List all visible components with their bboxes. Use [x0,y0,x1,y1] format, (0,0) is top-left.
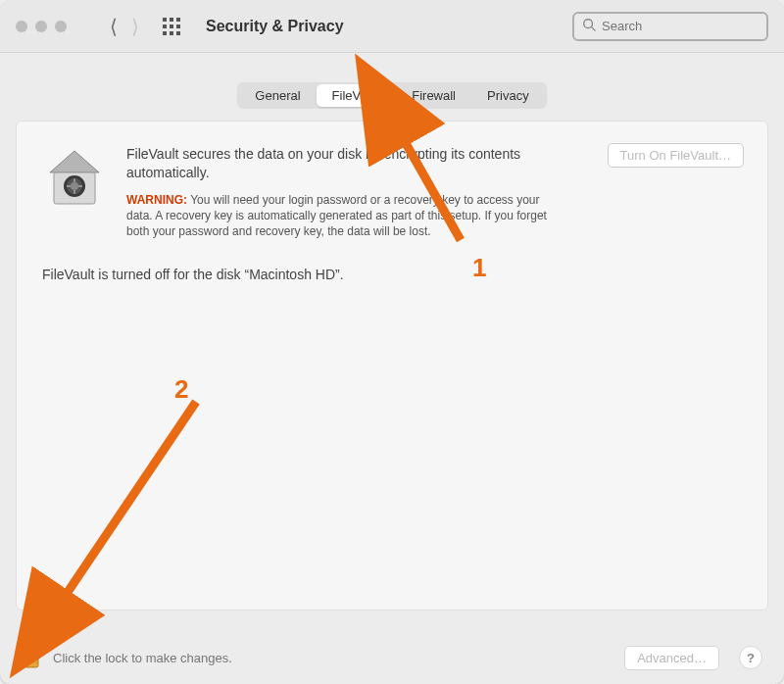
warning-body: You will need your login password or a r… [126,193,547,238]
filevault-icon [40,143,109,208]
zoom-window-button[interactable] [55,21,67,32]
tab-firewall[interactable]: Firewall [396,84,471,107]
advanced-button[interactable]: Advanced… [624,646,719,670]
footer: Click the lock to make changes. Advanced… [0,631,784,684]
filevault-warning: WARNING: You will need your login passwo… [126,192,548,240]
lock-icon[interactable] [22,646,41,669]
svg-marker-2 [50,151,99,172]
svg-point-6 [71,182,78,190]
minimize-window-button[interactable] [35,21,47,32]
tabs-container: General FileVault Firewall Privacy [0,82,784,109]
traffic-lights [16,21,67,32]
lock-hint-text: Click the lock to make changes. [53,651,232,665]
tab-general[interactable]: General [239,84,316,107]
turn-on-filevault-button[interactable]: Turn On FileVault… [608,143,744,168]
prefs-window: ⟨ ⟩ Security & Privacy General FileVault… [0,0,784,684]
close-window-button[interactable] [16,21,27,32]
warning-label: WARNING: [126,193,187,207]
show-all-prefs-icon[interactable] [163,18,180,35]
forward-button[interactable]: ⟩ [131,17,139,36]
search-field[interactable] [572,12,768,41]
filevault-panel: Turn On FileVault… [16,121,768,611]
svg-line-1 [592,27,596,31]
filevault-description: FileVault secures the data on your disk … [126,145,548,182]
description-column: FileVault secures the data on your disk … [126,143,548,239]
nav-buttons: ⟨ ⟩ [110,17,139,36]
tab-privacy[interactable]: Privacy [471,84,545,107]
svg-rect-11 [24,656,38,667]
search-input[interactable] [602,19,759,33]
tabs-segmented-control: General FileVault Firewall Privacy [237,82,546,109]
search-icon [582,18,596,34]
tab-filevault[interactable]: FileVault [317,84,397,107]
help-button[interactable]: ? [739,646,762,669]
back-button[interactable]: ⟨ [110,17,118,36]
filevault-status-text: FileVault is turned off for the disk “Ma… [42,267,744,282]
titlebar: ⟨ ⟩ Security & Privacy [0,0,784,53]
window-title: Security & Privacy [206,18,344,35]
